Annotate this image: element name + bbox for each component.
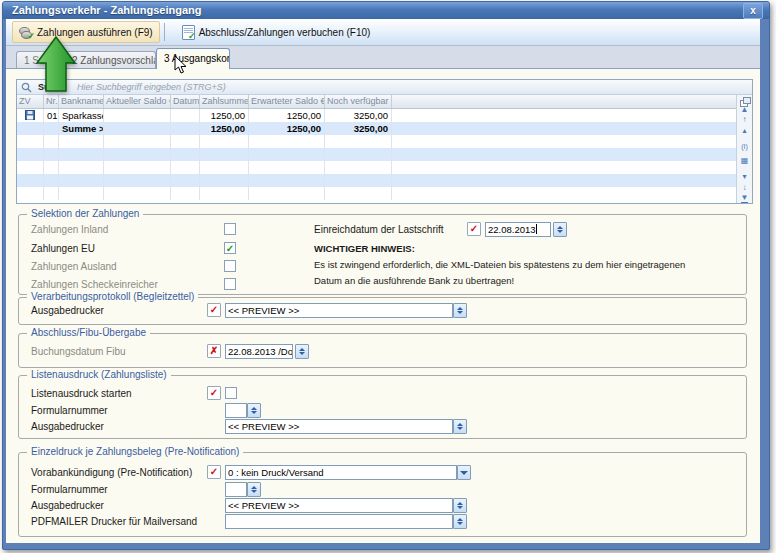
group-selektion: Selektion der Zahlungen Zahlungen Inland… — [18, 214, 747, 295]
search-icon — [21, 82, 32, 93]
empty-row[interactable] — [17, 148, 736, 161]
vorabankuendigung-dropdown-button[interactable] — [457, 465, 471, 480]
label-listenausdruck-starten: Listenausdruck starten — [31, 388, 132, 399]
group-verarbeitungsprotokoll-legend: Verarbeitungsprotokoll (Begleitzettel) — [27, 291, 198, 302]
checkbox-zahlungen-scheckeinreicher[interactable] — [224, 278, 236, 290]
search-placeholder: Hier Suchbegriff eingeben (STRG+S) — [77, 82, 226, 92]
current-row-icon[interactable]: (I) — [741, 141, 748, 152]
checkbox-zahlungen-inland[interactable] — [224, 223, 236, 235]
close-button[interactable]: x — [743, 3, 763, 19]
tab-page-ausgangskorb: Suche Hier Suchbegriff eingeben (STRG+S)… — [6, 68, 760, 543]
text-caret — [536, 224, 537, 234]
col-bankname[interactable]: Bankname — [59, 95, 104, 108]
cell-bankname: Sparkasse — [59, 109, 104, 122]
empty-row[interactable] — [17, 174, 736, 187]
formularnummer-1-spinner[interactable] — [247, 403, 261, 418]
title-bar[interactable]: Zahlungsverkehr - Zahlungseingang x — [3, 2, 769, 19]
checkbox-zahlungen-ausland[interactable] — [224, 260, 236, 272]
tab-strip: 1 Selektion 2 Zahlungsvorschlag 3 Ausgan… — [6, 46, 760, 69]
table-sum-row[interactable]: Summe > 1250,00 1250,00 3250,00 — [17, 122, 736, 135]
row-up-icon[interactable]: ▴ — [742, 125, 746, 136]
label-zahlungen-inland: Zahlungen Inland — [31, 224, 108, 235]
label-vorabankuendigung: Vorabankündigung (Pre-Notification) — [31, 467, 192, 478]
vorabankuendigung-toggle-icon[interactable]: ✓ — [207, 465, 221, 479]
empty-row[interactable] — [17, 135, 736, 148]
buchungsdatum-spinner[interactable] — [295, 344, 309, 359]
ausgabedrucker-3-spinner[interactable] — [453, 498, 467, 513]
einreichdatum-spinner[interactable] — [553, 222, 567, 237]
einreichdatum-field[interactable]: 22.08.2013 — [485, 222, 551, 237]
client-area: ✓ Zahlungen ausführen (F9) ✓ Abschluss/Z… — [6, 19, 760, 543]
einreichdatum-toggle-icon[interactable]: ✓ — [467, 222, 481, 236]
tab-ausgangskorb[interactable]: 3 Ausgangskorb — [156, 48, 230, 69]
book-payments-button[interactable]: ✓ Abschluss/Zahlungen verbuchen (F10) — [175, 21, 378, 43]
label-pdfmailer: PDFMAILER Drucker für Mailversand — [31, 516, 197, 527]
pdfmailer-spinner[interactable] — [453, 514, 467, 529]
ausgabedrucker-2-spinner[interactable] — [453, 419, 467, 434]
cell-erwarteter-saldo: 1250,00 — [249, 109, 325, 122]
label-ausgabedrucker-1: Ausgabedrucker — [31, 305, 104, 316]
col-datum[interactable]: Datum — [171, 95, 200, 108]
group-einzeldruck-legend: Einzeldruck je Zahlungsbeleg (Pre-Notifi… — [27, 446, 243, 457]
group-listenausdruck-legend: Listenausdruck (Zahlungsliste) — [27, 369, 171, 380]
cell-summe-zahlsumme: 1250,00 — [200, 122, 249, 135]
checkbox-zahlungen-eu[interactable]: ✓ — [224, 242, 236, 254]
ausgabedrucker-3-dropdown[interactable]: << PREVIEW >> — [225, 498, 453, 513]
listenausdruck-toggle-icon[interactable]: ✓ — [207, 386, 221, 400]
document-check-icon: ✓ — [182, 25, 195, 40]
window-title: Zahlungsverkehr - Zahlungseingang — [12, 4, 201, 16]
screenshot-canvas: { "window": { "title": "Zahlungsverkehr … — [0, 0, 776, 553]
col-aktueller-saldo[interactable]: Aktueller Saldo € — [104, 95, 171, 108]
hinweis-line2: Datum an die ausführende Bank zu übertra… — [314, 275, 514, 286]
group-abschluss: Abschluss/Fibu-Übergabe Buchungsdatum Fi… — [18, 333, 747, 368]
hinweis-line1: Es ist zwingend erforderlich, die XML-Da… — [314, 259, 685, 270]
app-window: Zahlungsverkehr - Zahlungseingang x ✓ Za… — [2, 1, 770, 550]
green-arrow-overlay — [34, 34, 80, 94]
col-noch-verfuegbar[interactable]: Noch verfügbar € — [325, 95, 392, 108]
col-erwarteter-saldo[interactable]: Erwarteter Saldo € — [249, 95, 325, 108]
ausgabedrucker-1-dropdown[interactable]: << PREVIEW >> — [225, 303, 453, 318]
cell-noch-verfuegbar: 3250,00 — [325, 109, 392, 122]
col-zv[interactable]: ZV — [17, 95, 44, 108]
row-down-icon[interactable]: ▾ — [742, 171, 746, 182]
table-search-bar[interactable]: Suche Hier Suchbegriff eingeben (STRG+S) — [17, 80, 752, 95]
col-nr[interactable]: Nr. — [44, 95, 59, 108]
table-row[interactable]: 01 Sparkasse 1250,00 1250,00 3250,00 — [17, 109, 736, 122]
page-down-icon[interactable]: ↓ — [743, 182, 747, 193]
page-up-icon[interactable]: ↑ — [743, 114, 747, 125]
formularnummer-1-field[interactable] — [225, 403, 247, 418]
column-chooser-icon[interactable] — [740, 97, 750, 102]
ausgabedrucker-1-spinner[interactable] — [453, 303, 467, 318]
scroll-bottom-icon[interactable]: ▼ — [741, 193, 749, 203]
ausgabedrucker-1-toggle-icon[interactable]: ✓ — [207, 303, 221, 317]
table-header-row: ZV Nr. Bankname Aktueller Saldo € Datum … — [17, 95, 736, 109]
empty-row[interactable] — [17, 187, 736, 200]
formularnummer-2-spinner[interactable] — [247, 482, 261, 497]
buchungsdatum-toggle-icon[interactable]: ✗ — [207, 344, 221, 358]
group-abschluss-legend: Abschluss/Fibu-Übergabe — [27, 327, 150, 338]
save-icon — [25, 110, 35, 120]
vorabankuendigung-dropdown[interactable]: 0 : kein Druck/Versand — [225, 465, 457, 480]
label-zahlungen-scheckeinreicher: Zahlungen Scheckeinreicher — [31, 279, 158, 290]
toolbar-separator — [164, 23, 165, 41]
cell-aktueller-saldo — [104, 109, 171, 122]
listenausdruck-checkbox[interactable] — [225, 387, 237, 399]
pdfmailer-dropdown[interactable] — [225, 514, 453, 529]
group-selektion-legend: Selektion der Zahlungen — [27, 208, 143, 219]
book-payments-label: Abschluss/Zahlungen verbuchen (F10) — [199, 27, 371, 38]
cell-datum — [171, 109, 200, 122]
empty-row[interactable] — [17, 161, 736, 174]
ausgabedrucker-2-dropdown[interactable]: << PREVIEW >> — [225, 419, 453, 434]
summary-icon[interactable]: ▦ — [741, 155, 749, 166]
table-nav-strip: ▲ ↑ ▴ (I) ▦ ▾ ↓ ▼ — [736, 95, 752, 203]
label-zahlungen-ausland: Zahlungen Ausland — [31, 261, 117, 272]
label-ausgabedrucker-3: Ausgabedrucker — [31, 500, 104, 511]
toolbar: ✓ Zahlungen ausführen (F9) ✓ Abschluss/Z… — [6, 19, 760, 46]
label-zahlungen-eu: Zahlungen EU — [31, 243, 95, 254]
label-formularnummer-2: Formularnummer — [31, 484, 108, 495]
col-zahlsumme[interactable]: Zahlsumme € — [200, 95, 249, 108]
mouse-cursor — [174, 55, 187, 74]
formularnummer-2-field[interactable] — [225, 482, 247, 497]
buchungsdatum-field[interactable]: 22.08.2013 /Do — [225, 344, 293, 359]
label-ausgabedrucker-2: Ausgabedrucker — [31, 421, 104, 432]
